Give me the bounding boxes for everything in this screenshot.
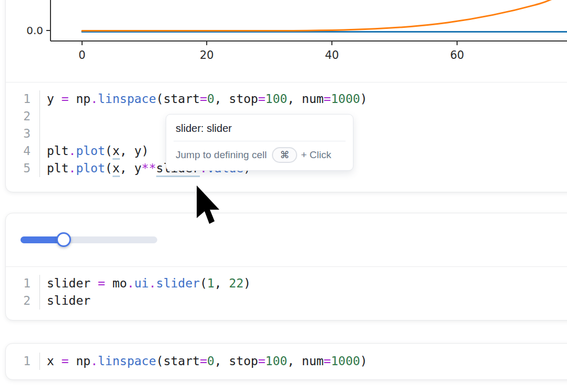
code-token[interactable]: .	[90, 354, 98, 368]
code-token[interactable]: (	[156, 354, 164, 368]
code-editor[interactable]: 1slider = mo.ui.slider(1, 22)2slider	[6, 266, 567, 319]
code-line-text[interactable]: y = np.linspace(start=0, stop=100, num=1…	[40, 90, 367, 108]
code-token[interactable]: np	[76, 354, 90, 368]
code-token[interactable]	[54, 92, 62, 106]
notebook-cell-x: 1x = np.linspace(start=0, stop=100, num=…	[5, 343, 567, 380]
code-line[interactable]: 1slider = mo.ui.slider(1, 22)	[6, 275, 567, 292]
code-token[interactable]: 0	[207, 354, 215, 368]
code-token[interactable]: =	[323, 354, 331, 368]
code-token[interactable]: plt	[47, 144, 69, 158]
mouse-cursor-icon	[196, 185, 221, 226]
code-token[interactable]: .	[69, 161, 76, 175]
code-token[interactable]: 100	[266, 92, 288, 106]
code-line[interactable]: 1x = np.linspace(start=0, stop=100, num=…	[6, 353, 567, 370]
line-number: 1	[6, 90, 40, 108]
x-reference-token[interactable]: x	[113, 144, 120, 160]
code-token[interactable]: x	[47, 354, 54, 368]
code-token[interactable]: linspace	[98, 354, 156, 368]
code-token[interactable]: ,	[287, 92, 302, 106]
code-line-text[interactable]: slider = mo.ui.slider(1, 22)	[40, 275, 251, 292]
line-number: 4	[6, 142, 40, 160]
code-token[interactable]: (	[200, 276, 207, 290]
code-token[interactable]: y	[134, 161, 141, 175]
code-token[interactable]	[105, 276, 113, 290]
tooltip-variable-label: slider: slider	[166, 115, 353, 141]
code-token[interactable]: plot	[76, 144, 105, 158]
code-token[interactable]: 22	[229, 276, 244, 290]
code-token[interactable]: ,	[215, 276, 229, 290]
code-token[interactable]: .	[149, 276, 156, 290]
code-token[interactable]: num	[302, 92, 324, 106]
code-token[interactable]: )	[141, 144, 149, 158]
code-token[interactable]: y	[134, 144, 141, 158]
code-token[interactable]: =	[98, 276, 105, 290]
tooltip-jump-link[interactable]: Jump to defining cell	[176, 149, 267, 161]
code-token[interactable]: (	[156, 92, 164, 106]
code-token[interactable]: .	[90, 92, 98, 106]
code-line-text[interactable]	[40, 125, 47, 142]
line-series-orange	[82, 0, 567, 31]
code-token[interactable]: y	[47, 92, 54, 106]
code-token[interactable]: slider	[47, 276, 90, 290]
code-token[interactable]: start	[164, 354, 200, 368]
code-token[interactable]: start	[164, 92, 200, 106]
code-token[interactable]: 1000	[331, 92, 360, 106]
code-token[interactable]: plt	[47, 161, 69, 175]
code-token[interactable]: (	[105, 144, 113, 158]
code-token[interactable]: 1	[207, 276, 215, 290]
code-token[interactable]: ,	[120, 144, 135, 158]
line-number: 1	[6, 353, 40, 370]
code-line[interactable]: 2slider	[6, 292, 567, 310]
code-token[interactable]: slider	[156, 276, 200, 290]
code-token[interactable]: mo	[113, 276, 127, 290]
slider-output-area	[6, 213, 567, 266]
code-token[interactable]: ,	[215, 354, 229, 368]
code-token[interactable]: plot	[76, 161, 105, 175]
code-token[interactable]: )	[360, 92, 368, 106]
x-tick-label: 60	[450, 49, 464, 61]
code-line[interactable]: 1y = np.linspace(start=0, stop=100, num=…	[6, 90, 567, 108]
code-token[interactable]: (	[105, 161, 113, 175]
code-token[interactable]: .	[69, 144, 76, 158]
code-token[interactable]: ,	[287, 354, 302, 368]
code-token[interactable]	[90, 276, 98, 290]
code-token[interactable]: )	[360, 354, 368, 368]
code-token[interactable]: =	[62, 92, 69, 106]
code-token[interactable]: =	[258, 354, 266, 368]
code-token[interactable]: linspace	[98, 92, 156, 106]
code-token[interactable]: ,	[215, 92, 229, 106]
code-editor[interactable]: 1x = np.linspace(start=0, stop=100, num=…	[6, 344, 567, 379]
line-number: 1	[6, 275, 40, 292]
code-token[interactable]: =	[62, 354, 69, 368]
code-line-text[interactable]	[40, 108, 47, 125]
code-token[interactable]: 0	[207, 92, 215, 106]
slider-widget[interactable]	[21, 232, 157, 248]
code-token[interactable]: =	[323, 92, 331, 106]
code-token[interactable]: np	[76, 92, 90, 106]
code-token[interactable]: num	[302, 354, 324, 368]
code-token[interactable]: )	[244, 276, 251, 290]
code-token[interactable]: ,	[120, 161, 135, 175]
x-reference-token[interactable]: x	[113, 161, 120, 177]
code-token[interactable]: slider	[47, 294, 90, 307]
line-number: 2	[6, 108, 40, 125]
code-line-text[interactable]: x = np.linspace(start=0, stop=100, num=1…	[40, 353, 367, 370]
code-token[interactable]: 100	[266, 354, 288, 368]
slider-handle[interactable]	[56, 232, 71, 247]
code-token[interactable]	[69, 92, 76, 106]
code-token[interactable]: =	[258, 92, 266, 106]
code-token[interactable]: stop	[229, 92, 258, 106]
code-token[interactable]: .	[127, 276, 134, 290]
code-token[interactable]: ui	[134, 276, 149, 290]
code-line-text[interactable]: slider	[40, 292, 90, 310]
code-line-text[interactable]: plt.plot(x, y)	[40, 142, 149, 160]
code-token[interactable]	[69, 354, 76, 368]
code-token[interactable]	[54, 354, 62, 368]
code-token[interactable]: =	[200, 354, 207, 368]
slider-track[interactable]	[21, 236, 157, 243]
code-token[interactable]: **	[141, 161, 156, 175]
code-token[interactable]: 1000	[331, 354, 360, 368]
code-token[interactable]: stop	[229, 354, 258, 368]
code-token[interactable]: =	[200, 92, 207, 106]
y-tick-label: 0.0	[26, 24, 43, 37]
